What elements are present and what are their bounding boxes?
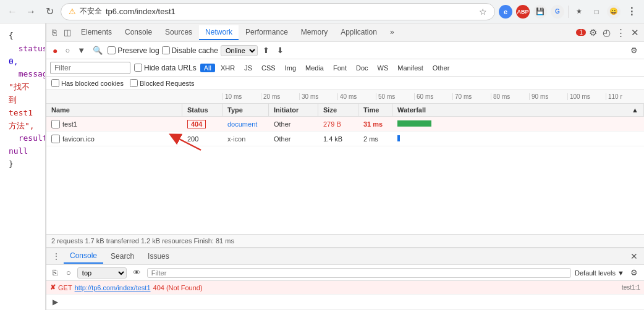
disable-cache-checkbox[interactable]: Disable cache — [162, 46, 218, 55]
filter-other[interactable]: Other — [429, 64, 454, 72]
row2-size: 1.4 kB — [318, 133, 358, 145]
row2-name: favicon.ico — [46, 133, 182, 145]
devtools-dock-icon[interactable]: ◴ — [600, 27, 613, 38]
console-settings-btn[interactable]: ⚙ — [628, 267, 640, 278]
console-caret-icon[interactable]: ▶ — [50, 296, 61, 308]
sort-icon: ▲ — [632, 106, 638, 114]
console-ref[interactable]: test1:1 — [622, 284, 640, 291]
tab-console[interactable]: Console — [119, 25, 158, 40]
console-levels-dropdown[interactable]: Default levels ▼ — [575, 269, 624, 277]
extensions-icon[interactable]: e — [499, 5, 512, 19]
filter-manifest[interactable]: Manifest — [394, 64, 427, 72]
filter-doc[interactable]: Doc — [352, 64, 372, 72]
filter-button[interactable]: ▼ — [75, 45, 88, 56]
table-row[interactable]: test1 404 document Other 279 B 31 ms — [46, 117, 644, 132]
filter-all[interactable]: All — [200, 64, 215, 72]
json-result-key: result — [19, 133, 46, 143]
star-icon[interactable]: ☆ — [479, 7, 487, 17]
devtools-close-button[interactable]: ✕ — [629, 27, 642, 38]
hide-data-urls-checkbox[interactable]: Hide data URLs — [134, 64, 197, 72]
preserve-log-checkbox[interactable]: Preserve log — [108, 46, 159, 55]
th-status[interactable]: Status — [182, 104, 222, 116]
tab-search-bottom[interactable]: Search — [104, 249, 140, 263]
row1-status-badge: 404 — [187, 120, 206, 128]
row2-checkbox[interactable] — [51, 135, 60, 143]
url-text: tp6.com/index/test1 — [106, 7, 475, 16]
back-button[interactable]: ← — [5, 4, 20, 19]
row1-name-text: test1 — [62, 120, 77, 128]
console-context-select[interactable]: top — [77, 267, 127, 279]
filter-img[interactable]: Img — [281, 64, 300, 72]
search-button[interactable]: 🔍 — [90, 45, 105, 56]
browser-icons: e ABP 💾 G ★ □ 😀 ⋮ — [499, 4, 639, 19]
blocked-requests-checkbox[interactable]: Blocked Requests — [130, 79, 195, 87]
filter-css[interactable]: CSS — [258, 64, 279, 72]
th-time[interactable]: Time — [358, 104, 392, 116]
ruler-10ms: 10 ms — [222, 93, 261, 100]
table-row[interactable]: favicon.ico 200 x-icon Other 1.4 kB 2 ms — [46, 132, 644, 146]
menu-button[interactable]: ⋮ — [624, 4, 639, 19]
console-inspect-btn[interactable]: ⎘ — [50, 267, 60, 278]
adblock-icon[interactable]: ABP — [516, 5, 530, 19]
error-icon: ✘ — [50, 283, 56, 291]
ruler-marks: 10 ms 20 ms 30 ms 40 ms 50 ms 60 ms 70 m… — [222, 93, 644, 100]
tab-more[interactable]: » — [384, 25, 400, 40]
json-message-value: "找不到test1方法", — [9, 82, 35, 130]
th-type[interactable]: Type — [222, 104, 269, 116]
console-clear-btn[interactable]: ○ — [64, 267, 74, 278]
tab-sources[interactable]: Sources — [159, 25, 198, 40]
console-error-log: ✘ GET http://tp6.com/index/test1 404 (No… — [46, 281, 644, 295]
tab-performance[interactable]: Performance — [239, 25, 294, 40]
bottom-more-icon[interactable]: ⋮ — [50, 252, 62, 261]
filter-media[interactable]: Media — [302, 64, 328, 72]
filter-ws[interactable]: WS — [374, 64, 392, 72]
throttle-select[interactable]: Online — [221, 45, 258, 56]
screenshot-icon[interactable]: □ — [590, 5, 603, 19]
tab-console-bottom[interactable]: Console — [64, 249, 103, 264]
profile-icon[interactable]: 😀 — [607, 5, 621, 19]
tab-elements[interactable]: Elements — [75, 25, 118, 40]
devtools-panel: ⎘ ◫ Elements Console Sources Network Per… — [46, 23, 644, 310]
row1-type: document — [222, 119, 269, 130]
filter-input[interactable] — [50, 62, 130, 74]
th-name[interactable]: Name — [46, 104, 182, 116]
console-url-link[interactable]: http://tp6.com/index/test1 — [75, 284, 151, 291]
devtools-settings-icon[interactable]: ⚙ — [587, 27, 600, 38]
tab-memory[interactable]: Memory — [295, 25, 334, 40]
row1-checkbox[interactable] — [51, 120, 60, 128]
filter-js[interactable]: JS — [240, 64, 256, 72]
bottom-panel-close[interactable]: ✕ — [628, 251, 640, 261]
save-icon[interactable]: 💾 — [533, 5, 547, 19]
filter-font[interactable]: Font — [329, 64, 350, 72]
th-size[interactable]: Size — [318, 104, 358, 116]
device-toolbar-btn[interactable]: ◫ — [61, 27, 74, 38]
th-waterfall[interactable]: Waterfall ▲ — [392, 104, 644, 116]
record-button[interactable]: ● — [50, 45, 60, 56]
row1-initiator: Other — [269, 119, 318, 130]
row1-time: 31 ms — [358, 119, 392, 130]
console-filter-input[interactable] — [147, 268, 571, 278]
download-icon[interactable]: ⬇ — [274, 45, 286, 56]
address-bar: ⚠ 不安全 tp6.com/index/test1 ☆ — [61, 3, 495, 20]
json-message-key: message — [19, 69, 46, 78]
ruler-30ms: 30 ms — [299, 93, 337, 100]
reload-button[interactable]: ↻ — [42, 4, 57, 19]
bookmark-icon[interactable]: ★ — [572, 5, 586, 19]
devtools-more-icon[interactable]: ⋮ — [614, 27, 628, 38]
th-initiator[interactable]: Initiator — [269, 104, 318, 116]
filter-xhr[interactable]: XHR — [217, 64, 239, 72]
network-settings-icon[interactable]: ⚙ — [628, 45, 640, 56]
inspect-element-btn[interactable]: ⎘ — [49, 27, 60, 38]
tab-issues-bottom[interactable]: Issues — [142, 249, 176, 263]
console-eye-btn[interactable]: 👁 — [130, 267, 143, 278]
tab-network[interactable]: Network — [199, 25, 239, 40]
upload-icon[interactable]: ⬆ — [260, 45, 272, 56]
has-blocked-cookies-checkbox[interactable]: Has blocked cookies — [51, 79, 124, 87]
row2-time: 2 ms — [358, 133, 392, 145]
forward-button[interactable]: → — [23, 4, 38, 19]
filter-bar: Hide data URLs All XHR JS CSS Img Media … — [46, 59, 644, 77]
clear-button[interactable]: ○ — [62, 45, 72, 56]
tab-application[interactable]: Application — [334, 25, 383, 40]
console-method: GET — [58, 284, 72, 291]
google-icon[interactable]: G — [551, 5, 564, 19]
